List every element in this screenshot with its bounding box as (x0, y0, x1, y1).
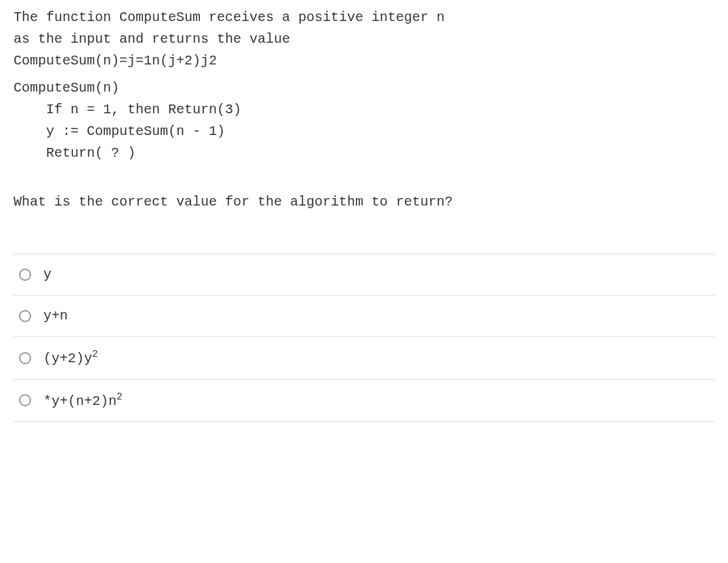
option-d[interactable]: *y+(n+2)n2 (14, 380, 714, 423)
algo-header: ComputeSum(n) (14, 77, 714, 99)
option-label-c: (y+2)y2 (43, 347, 98, 370)
algo-line1: If n = 1, then Return(3) (14, 99, 714, 121)
prompt-text: What is the correct value for the algori… (14, 191, 714, 213)
question-block: The function ComputeSum receives a posit… (14, 7, 714, 72)
option-c[interactable]: (y+2)y2 (14, 337, 714, 380)
algo-line3: Return( ? ) (14, 142, 714, 164)
option-c-pre: (y+2)y (43, 351, 92, 366)
option-d-sup: 2 (117, 391, 122, 402)
question-intro-line2: as the input and returns the value (14, 28, 714, 50)
algorithm-block: ComputeSum(n) If n = 1, then Return(3) y… (14, 77, 714, 164)
question-formula: ComputeSum(n)=j=1n(j+2)j2 (14, 50, 714, 72)
radio-icon[interactable] (19, 310, 31, 322)
radio-icon[interactable] (19, 352, 31, 364)
option-a[interactable]: y (14, 254, 714, 296)
question-intro-line1: The function ComputeSum receives a posit… (14, 7, 714, 28)
option-label-a: y (43, 264, 52, 286)
radio-icon[interactable] (19, 269, 31, 281)
algo-line2: y := ComputeSum(n - 1) (14, 121, 714, 142)
radio-icon[interactable] (19, 394, 31, 406)
options-list: y y+n (y+2)y2 *y+(n+2)n2 (14, 254, 714, 422)
option-c-sup: 2 (92, 349, 98, 360)
option-b[interactable]: y+n (14, 296, 714, 337)
option-label-d: *y+(n+2)n2 (43, 389, 122, 412)
option-d-pre: *y+(n+2)n (43, 393, 117, 408)
option-label-b: y+n (43, 305, 68, 327)
